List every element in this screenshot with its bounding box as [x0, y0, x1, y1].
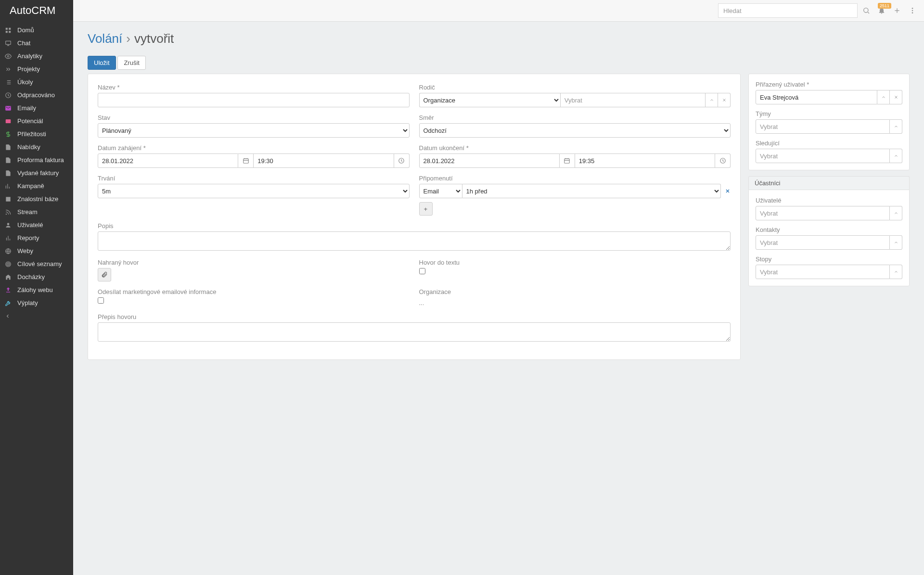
sidebar-item-invoices[interactable]: Vydané faktury — [0, 166, 73, 179]
quick-create-icon[interactable] — [890, 4, 904, 17]
global-search-input[interactable] — [718, 3, 858, 18]
clock-icon[interactable] — [715, 153, 731, 168]
reminder-time-select[interactable]: 1h před — [462, 184, 721, 198]
users-input[interactable] — [756, 206, 890, 220]
sidebar-item-analytics[interactable]: Analytiky — [0, 50, 73, 63]
followers-input[interactable] — [756, 149, 890, 163]
app-logo[interactable]: AutoCRM — [0, 0, 73, 22]
sidebar-item-quotes[interactable]: Nabídky — [0, 141, 73, 153]
sidebar-item-timetracking[interactable]: Odpracováno — [0, 89, 73, 102]
attach-recording-button[interactable] — [98, 268, 111, 281]
sidebar-item-leads[interactable]: Potenciál — [0, 115, 73, 128]
id-card-icon — [5, 118, 13, 125]
marketing-checkbox[interactable] — [98, 297, 104, 304]
breadcrumb-action: vytvořit — [134, 31, 174, 46]
contacts-input[interactable] — [756, 235, 890, 250]
svg-rect-39 — [244, 159, 249, 163]
teams-expand-button[interactable] — [890, 119, 902, 134]
sidebar-item-label: Reporty — [17, 234, 39, 242]
cancel-button[interactable]: Zrušit — [117, 56, 146, 70]
sidebar-item-targetlists[interactable]: Cílové seznamy — [0, 257, 73, 270]
parent-expand-button[interactable] — [706, 93, 718, 107]
save-button[interactable]: Uložit — [88, 56, 116, 70]
clock-icon[interactable] — [394, 153, 410, 168]
svg-point-6 — [912, 12, 913, 13]
contacts-expand-button[interactable] — [890, 235, 902, 250]
parent-label: Rodič — [419, 84, 731, 91]
reminder-type-select[interactable]: Email — [419, 184, 462, 198]
leads-expand-button[interactable] — [890, 265, 902, 279]
description-textarea[interactable] — [98, 231, 731, 251]
sidebar-item-label: Chat — [17, 39, 30, 47]
status-label: Stav — [98, 114, 410, 121]
notifications-icon[interactable]: 2511 — [875, 4, 888, 17]
sidebar-item-websites[interactable]: Weby — [0, 244, 73, 257]
sidebar-item-payroll[interactable]: Výplaty — [0, 296, 73, 309]
sidebar-item-opportunities[interactable]: Příležitosti — [0, 128, 73, 141]
sidebar-item-stream[interactable]: Stream — [0, 205, 73, 218]
svg-rect-22 — [6, 119, 11, 123]
assigned-expand-button[interactable] — [877, 90, 890, 104]
sidebar-item-projects[interactable]: Projekty — [0, 63, 73, 76]
org-value: ... — [419, 297, 731, 307]
sidebar-item-reports[interactable]: Reporty — [0, 231, 73, 244]
sidebar-item-home[interactable]: Domů — [0, 24, 73, 37]
sidebar-item-knowledge[interactable]: Znalostní báze — [0, 192, 73, 205]
calendar-icon[interactable] — [238, 153, 254, 168]
date-start-label: Datum zahájení * — [98, 144, 410, 152]
sidebar-item-emails[interactable]: Emaily — [0, 102, 73, 115]
sidebar-item-label: Zálohy webu — [17, 286, 53, 294]
chart-icon — [5, 183, 13, 190]
users-expand-button[interactable] — [890, 206, 902, 220]
date-end-input[interactable] — [419, 153, 560, 168]
book-icon — [5, 196, 13, 203]
duration-select[interactable]: 5m — [98, 184, 410, 198]
sidebar-item-label: Projekty — [17, 65, 40, 73]
sidebar-item-label: Stream — [17, 208, 38, 216]
assigned-input[interactable] — [756, 90, 877, 104]
teams-input[interactable] — [756, 119, 890, 134]
svg-point-27 — [6, 214, 6, 214]
parent-clear-button[interactable] — [718, 93, 731, 107]
sidebar-item-backups[interactable]: Zálohy webu — [0, 283, 73, 296]
time-start-input[interactable] — [254, 153, 394, 168]
leads-input[interactable] — [756, 265, 890, 279]
svg-rect-11 — [6, 41, 11, 44]
status-select[interactable]: Plánovaný — [98, 123, 410, 138]
transcript-textarea[interactable] — [98, 322, 731, 342]
sidebar-item-label: Nabídky — [17, 143, 40, 151]
download-icon — [5, 287, 13, 294]
date-start-input[interactable] — [98, 153, 238, 168]
parent-input[interactable] — [560, 93, 706, 107]
envelope-icon — [5, 105, 13, 112]
breadcrumb-entity[interactable]: Volání — [88, 31, 122, 46]
sidebar-item-label: Analytiky — [17, 52, 42, 60]
reminder-remove-button[interactable] — [725, 188, 731, 194]
sidebar-item-attendance[interactable]: Docházky — [0, 270, 73, 283]
sidebar-item-chat[interactable]: Chat — [0, 37, 73, 50]
svg-point-5 — [912, 10, 913, 12]
time-end-input[interactable] — [575, 153, 715, 168]
name-input[interactable] — [98, 93, 410, 107]
more-icon[interactable] — [906, 4, 919, 17]
add-reminder-button[interactable]: + — [419, 202, 433, 216]
direction-select[interactable]: Odchozí — [419, 123, 731, 138]
notif-badge: 2511 — [878, 3, 891, 9]
sidebar-item-campaigns[interactable]: Kampaně — [0, 179, 73, 192]
sidebar-item-proforma[interactable]: Proforma faktura — [0, 153, 73, 166]
wrench-icon — [5, 300, 13, 307]
sidebar-item-tasks[interactable]: Úkoly — [0, 76, 73, 89]
parent-type-select[interactable]: Organizace — [419, 93, 560, 107]
sidebar-item-users[interactable]: Uživatelé — [0, 218, 73, 231]
calendar-icon[interactable] — [560, 153, 575, 168]
speech2text-label: Hovor do textu — [419, 259, 731, 266]
followers-expand-button[interactable] — [890, 149, 902, 163]
org-label: Organizace — [419, 288, 731, 295]
speech2text-checkbox[interactable] — [419, 268, 425, 274]
search-icon[interactable] — [860, 4, 873, 17]
sidebar: Domů Chat Analytiky Projekty Úkoly Odpra… — [0, 22, 73, 575]
assigned-clear-button[interactable] — [890, 90, 902, 104]
sidebar-collapse[interactable] — [0, 309, 73, 322]
date-end-label: Datum ukončení * — [419, 144, 731, 152]
description-label: Popis — [98, 222, 731, 230]
